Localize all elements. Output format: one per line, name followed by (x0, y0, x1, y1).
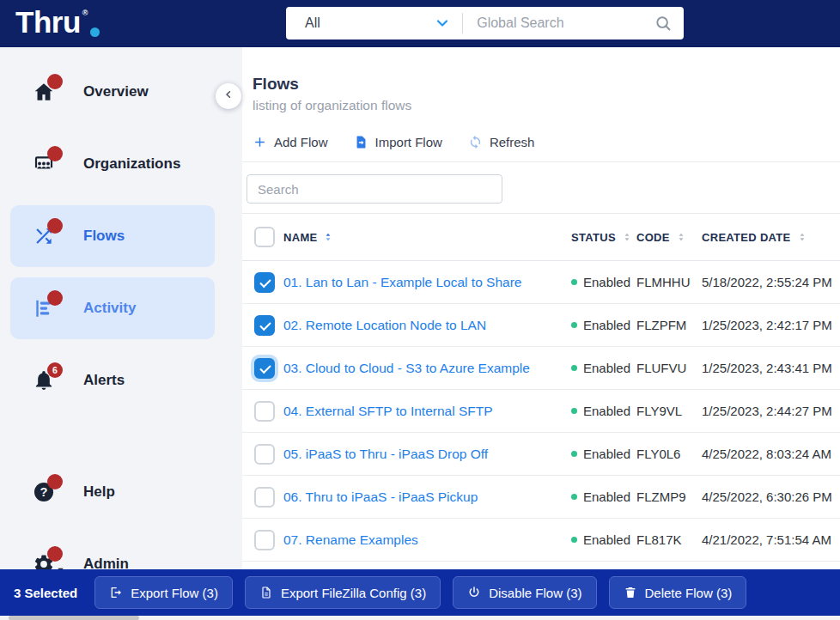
page-header: Flows listing of organization flows (253, 75, 840, 113)
registered-mark: ® (82, 9, 88, 17)
scrollbar-thumb[interactable] (9, 616, 139, 620)
sidebar-collapse-button[interactable] (216, 83, 241, 109)
alert-badge (47, 146, 63, 161)
help-icon: ? (33, 481, 55, 503)
flow-name-link[interactable]: 01. Lan to Lan - Example Local to Share (283, 275, 521, 289)
row-checkbox[interactable] (254, 401, 275, 422)
flow-code: FLZPFM (636, 318, 702, 332)
row-checkbox[interactable] (254, 487, 275, 508)
flow-table-body: 01. Lan to Lan - Example Local to Share … (242, 261, 840, 562)
sort-icon (675, 231, 687, 243)
sidebar-item-help[interactable]: ? Help (10, 461, 215, 523)
status-badge: Enabled (583, 489, 630, 504)
status-cell: Enabled (571, 447, 636, 461)
trash-icon (624, 586, 637, 599)
sidebar-item-label: Flows (83, 228, 125, 245)
alert-badge (47, 474, 63, 489)
sidebar: Overview Organizations Flows Activity 6 … (0, 47, 242, 620)
brand-logo[interactable]: Thru ® (15, 5, 100, 40)
sidebar-item-label: Overview (83, 83, 149, 100)
row-checkbox[interactable] (254, 315, 275, 336)
selection-action-bar: 3 Selected Export Flow (3) Export FileZi… (0, 569, 840, 616)
global-search-bar: All (286, 7, 684, 40)
sort-icon (621, 231, 633, 243)
activity-icon (33, 297, 55, 319)
alert-badge (47, 74, 63, 89)
svg-text:?: ? (40, 485, 48, 499)
status-badge: Enabled (583, 447, 630, 461)
column-header-created-date[interactable]: CREATED DATE (702, 231, 840, 244)
flow-name-link[interactable]: 07. Rename Examples (283, 532, 418, 547)
table-row: 06. Thru to iPaaS - iPaaS Pickup Enabled… (242, 476, 840, 519)
sidebar-item-alerts[interactable]: 6 Alerts (10, 350, 215, 411)
created-date: 1/25/2023, 2:42:17 PM (702, 318, 840, 332)
flow-name-link[interactable]: 03. Cloud to Cloud - S3 to Azure Example (283, 361, 530, 375)
app-window: Thru ® All Overview Organizations Fl (0, 0, 840, 620)
status-cell: Enabled (571, 318, 636, 332)
alert-badge (47, 218, 63, 234)
brand-name: Thru (15, 5, 81, 40)
alert-badge: 6 (47, 362, 63, 378)
flow-code: FLY9VL (636, 404, 702, 418)
created-date: 1/25/2023, 2:43:41 PM (702, 361, 840, 375)
global-search-input[interactable] (463, 7, 654, 40)
row-checkbox[interactable] (254, 272, 275, 293)
row-checkbox[interactable] (254, 444, 275, 465)
select-all-cell (242, 227, 283, 247)
add-flow-button[interactable]: Add Flow (253, 135, 328, 149)
table-row: 01. Lan to Lan - Example Local to Share … (242, 261, 840, 304)
table-row: 07. Rename Examples Enabled FL817K 4/21/… (242, 519, 840, 562)
table-row: 02. Remote Location Node to LAN Enabled … (242, 304, 840, 347)
row-checkbox[interactable] (254, 358, 275, 379)
flow-table-search-input[interactable] (247, 174, 502, 204)
flow-name-link[interactable]: 02. Remote Location Node to LAN (283, 318, 486, 332)
status-dot-icon (571, 322, 577, 328)
created-date: 4/21/2022, 7:51:54 AM (702, 532, 840, 547)
disable-flow-button[interactable]: Disable Flow (3) (453, 576, 596, 609)
created-date: 5/18/2022, 2:55:24 PM (702, 275, 840, 289)
search-scope-dropdown[interactable]: All (286, 7, 462, 40)
sort-icon (796, 231, 808, 243)
row-checkbox[interactable] (254, 530, 275, 550)
status-badge: Enabled (583, 318, 630, 332)
delete-flow-button[interactable]: Delete Flow (3) (609, 576, 747, 609)
sidebar-item-organizations[interactable]: Organizations (10, 133, 215, 195)
flow-name-link[interactable]: 05. iPaaS to Thru - iPaaS Drop Off (283, 447, 488, 461)
flow-name-link[interactable]: 06. Thru to iPaaS - iPaaS Pickup (283, 489, 478, 504)
sidebar-item-label: Help (83, 483, 115, 501)
column-header-status[interactable]: STATUS (571, 231, 636, 244)
table-header: NAME STATUS CODE CREATED DATE (242, 213, 840, 261)
status-dot-icon (571, 365, 577, 371)
power-icon (467, 586, 481, 599)
table-row: 05. iPaaS to Thru - iPaaS Drop Off Enabl… (242, 433, 840, 476)
shuffle-icon (33, 225, 55, 247)
status-cell: Enabled (571, 275, 636, 289)
table-row: 04. External SFTP to Internal SFTP Enabl… (242, 390, 840, 433)
import-flow-button[interactable]: Import Flow (354, 135, 442, 149)
sidebar-item-label: Activity (83, 300, 136, 317)
created-date: 4/25/2022, 8:03:24 AM (702, 447, 840, 461)
flow-code: FLUFVU (636, 361, 702, 375)
refresh-button[interactable]: Refresh (468, 135, 535, 149)
sidebar-item-activity[interactable]: Activity (10, 277, 215, 339)
plus-icon (253, 135, 267, 149)
created-date: 1/25/2023, 2:44:27 PM (702, 404, 840, 418)
sidebar-item-flows[interactable]: Flows (10, 205, 215, 267)
flow-name-link[interactable]: 04. External SFTP to Internal SFTP (283, 404, 493, 418)
column-header-code[interactable]: CODE (636, 231, 702, 244)
toolbar: Add Flow Import Flow Refresh (253, 135, 840, 149)
search-icon[interactable] (654, 15, 673, 33)
status-badge: Enabled (583, 361, 630, 375)
import-icon (354, 135, 368, 149)
sidebar-item-label: Organizations (83, 155, 180, 173)
column-header-name[interactable]: NAME (283, 231, 571, 244)
select-all-checkbox[interactable] (254, 227, 275, 247)
refresh-icon (468, 135, 483, 149)
export-flow-button[interactable]: Export Flow (3) (94, 576, 233, 609)
sidebar-item-overview[interactable]: Overview (10, 61, 215, 123)
export-icon (109, 586, 123, 599)
export-filezilla-config-button[interactable]: Export FileZilla Config (3) (245, 576, 441, 609)
brand-dot (90, 27, 100, 37)
status-cell: Enabled (571, 361, 636, 375)
status-dot-icon (571, 494, 577, 500)
